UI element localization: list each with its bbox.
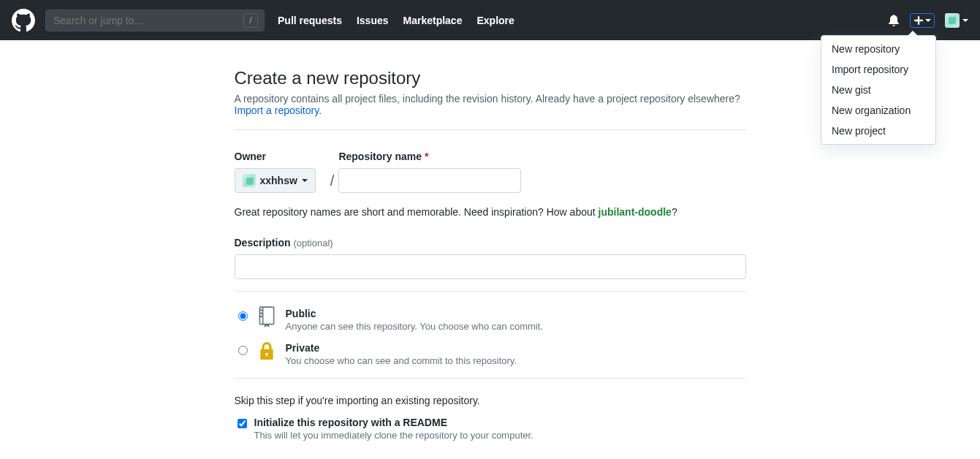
global-search[interactable]: / xyxy=(45,10,265,31)
notifications-button[interactable] xyxy=(888,15,900,26)
owner-label: Owner xyxy=(235,151,316,162)
dropdown-new-project[interactable]: New project xyxy=(821,121,935,141)
visibility-private-desc: You choose who can see and commit to thi… xyxy=(286,355,517,366)
github-mark-icon xyxy=(12,9,35,32)
visibility-private-radio[interactable] xyxy=(238,346,248,355)
owner-value: xxhhsw xyxy=(260,175,297,186)
svg-point-4 xyxy=(260,316,261,316)
reponame-field: Repository name * xyxy=(338,151,521,193)
subhead-text: A repository contains all project files,… xyxy=(235,93,740,105)
header-nav: Pull requests Issues Marketplace Explore xyxy=(278,15,529,26)
divider xyxy=(235,129,746,130)
reponame-label-text: Repository name xyxy=(338,151,422,162)
visibility-public-row[interactable]: Public Anyone can see this repository. Y… xyxy=(235,308,746,332)
page-title: Create a new repository xyxy=(235,68,746,88)
dropdown-new-organization[interactable]: New organization xyxy=(821,100,935,121)
caret-down-icon xyxy=(962,18,968,23)
dropdown-new-repository[interactable]: New repository xyxy=(821,39,935,59)
svg-rect-6 xyxy=(266,354,267,356)
bell-icon xyxy=(888,15,900,26)
divider xyxy=(235,291,746,292)
slash-key-icon: / xyxy=(243,13,258,28)
divider xyxy=(235,378,746,379)
user-menu-button[interactable] xyxy=(945,13,968,28)
page-subhead: A repository contains all project files,… xyxy=(235,93,746,116)
search-input[interactable] xyxy=(52,14,243,27)
lock-icon xyxy=(257,341,276,361)
description-label: Description (optional) xyxy=(235,237,746,249)
name-suggestion-link[interactable]: jubilant-doodle xyxy=(599,206,672,218)
required-marker: * xyxy=(425,151,428,162)
nav-explore[interactable]: Explore xyxy=(476,15,514,26)
repo-icon xyxy=(257,306,276,328)
svg-point-3 xyxy=(260,313,261,314)
description-input[interactable] xyxy=(235,254,746,279)
init-readme-row[interactable]: Initialize this repository with a README… xyxy=(235,417,746,441)
owner-field: Owner xxhhsw xyxy=(235,151,316,193)
owner-avatar-icon xyxy=(243,174,256,187)
hint-pre: Great repository names are short and mem… xyxy=(235,206,599,218)
owner-select-button[interactable]: xxhhsw xyxy=(235,168,316,193)
svg-point-2 xyxy=(260,310,261,311)
github-logo[interactable] xyxy=(12,9,35,32)
visibility-private-row[interactable]: Private You choose who can see and commi… xyxy=(235,342,746,366)
reponame-input[interactable] xyxy=(338,168,521,193)
skip-import-note: Skip this step if you're importing an ex… xyxy=(235,395,746,406)
import-repo-link[interactable]: Import a repository. xyxy=(235,105,322,116)
create-new-dropdown: New repository Import repository New gis… xyxy=(821,35,936,145)
dropdown-import-repository[interactable]: Import repository xyxy=(821,59,935,80)
nav-pull-requests[interactable]: Pull requests xyxy=(278,15,342,26)
name-hint: Great repository names are short and mem… xyxy=(235,206,746,218)
init-readme-desc: This will let you immediately clone the … xyxy=(254,430,533,441)
hint-post: ? xyxy=(672,206,677,218)
init-readme-title: Initialize this repository with a README xyxy=(254,417,533,428)
visibility-public-radio[interactable] xyxy=(238,311,248,321)
caret-down-icon xyxy=(925,18,931,23)
nav-marketplace[interactable]: Marketplace xyxy=(403,15,463,26)
nav-issues[interactable]: Issues xyxy=(357,15,389,26)
global-header: / Pull requests Issues Marketplace Explo… xyxy=(0,0,980,40)
init-readme-checkbox[interactable] xyxy=(238,419,247,428)
visibility-public-title: Public xyxy=(286,308,543,319)
owner-name-row: Owner xxhhsw / Repository name * xyxy=(235,151,746,193)
user-avatar-icon xyxy=(945,13,960,28)
description-label-text: Description xyxy=(235,237,291,249)
dropdown-new-gist[interactable]: New gist xyxy=(821,80,935,100)
visibility-private-title: Private xyxy=(286,342,517,354)
reponame-label: Repository name * xyxy=(338,151,521,162)
create-repo-form: Create a new repository A repository con… xyxy=(235,40,746,459)
create-new-menu-button[interactable] xyxy=(910,13,935,28)
optional-marker: (optional) xyxy=(293,238,333,249)
caret-down-icon xyxy=(302,178,308,183)
header-actions xyxy=(888,13,968,28)
plus-icon xyxy=(913,15,924,26)
visibility-public-desc: Anyone can see this repository. You choo… xyxy=(286,321,543,332)
owner-name-separator: / xyxy=(326,151,339,189)
